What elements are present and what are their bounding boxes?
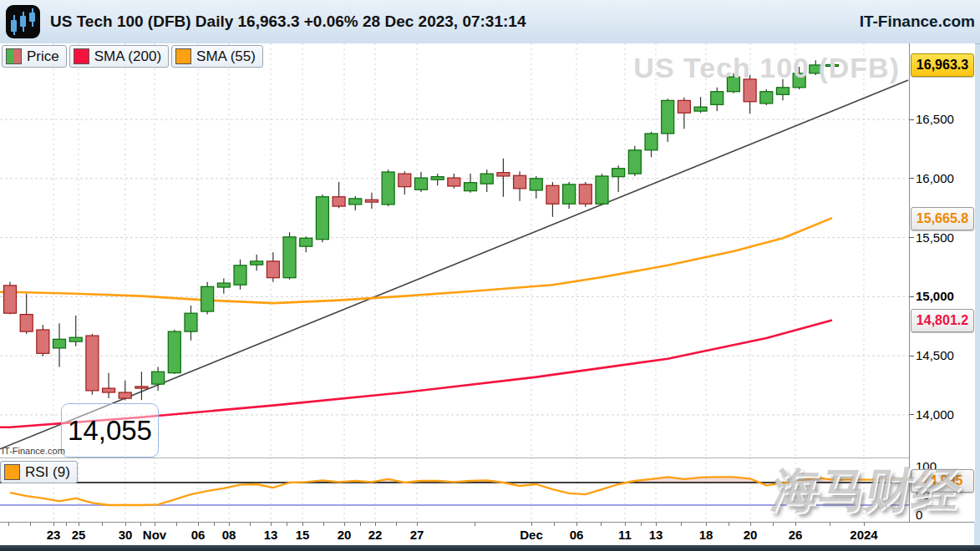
candle[interactable] (530, 176, 542, 199)
candle-body-down (103, 388, 115, 392)
price-panel[interactable] (0, 43, 909, 457)
candle[interactable] (448, 174, 460, 189)
chart-watermark: US Tech 100 (DFB) (633, 52, 900, 84)
date-axis[interactable]: 232530Nov06081315202227Dec06111318202620… (0, 522, 974, 546)
price-axis[interactable]: 16,50016,00015,50015,00014,50014,0001005… (909, 43, 975, 522)
candle[interactable] (103, 373, 115, 398)
candle-body-up (760, 92, 773, 104)
candle[interactable] (694, 97, 707, 113)
date-label: 06 (191, 528, 206, 542)
trendline[interactable] (0, 80, 908, 449)
low-price-annotation[interactable]: 14,055 (61, 403, 159, 457)
date-tick (625, 523, 626, 526)
price-tick (910, 414, 914, 415)
candle-body-up (612, 169, 625, 177)
candle[interactable] (399, 171, 411, 195)
last-price-badge[interactable]: 16,963.3 (911, 53, 974, 77)
candle[interactable] (86, 334, 99, 395)
rsi-value-badge[interactable]: 74.995 (911, 469, 974, 493)
date-minor-tick (8, 523, 9, 526)
candle[interactable] (678, 98, 690, 129)
legend-price[interactable]: Price (2, 45, 67, 68)
sma55-value-badge[interactable]: 15,665.8 (911, 207, 974, 230)
candle[interactable] (645, 132, 658, 157)
date-tick (344, 523, 345, 526)
candle[interactable] (711, 88, 724, 111)
candle[interactable] (349, 196, 362, 210)
price-tick-label: 14,000 (916, 407, 954, 422)
panel-divider[interactable] (0, 457, 909, 458)
sma200-value-badge[interactable]: 14,801.2 (911, 309, 974, 332)
candle-body-down (135, 387, 148, 388)
date-tick (198, 523, 199, 526)
candle[interactable] (382, 169, 394, 206)
candle[interactable] (20, 294, 33, 334)
sma55-line[interactable] (0, 218, 832, 303)
candle[interactable] (497, 159, 510, 197)
rsi-panel[interactable] (0, 457, 909, 522)
candle[interactable] (267, 252, 279, 281)
legend-sma200[interactable]: SMA (200) (69, 45, 169, 68)
candle-body-down (678, 100, 690, 113)
candle[interactable] (596, 174, 608, 205)
candle[interactable] (546, 182, 559, 217)
candle[interactable] (563, 182, 576, 209)
candle[interactable] (283, 232, 296, 280)
candle[interactable] (251, 255, 263, 270)
candle-body-down (119, 392, 131, 398)
candle-body-up (415, 178, 428, 190)
candle[interactable] (662, 99, 674, 142)
candlestick-logo-icon (6, 5, 40, 38)
brand-link[interactable]: IT-Finance.com (860, 13, 975, 31)
candle[interactable] (4, 282, 17, 315)
candle[interactable] (300, 236, 312, 252)
rsi-line[interactable] (10, 477, 907, 505)
candle-body-up (465, 183, 477, 191)
date-tick (302, 523, 303, 526)
candle-body-down (4, 286, 17, 313)
date-tick (706, 523, 707, 526)
date-label: 25 (72, 528, 86, 542)
chart-area[interactable]: US Tech 100 (DFB) Price SMA (200) SMA (5… (0, 43, 974, 545)
candle[interactable] (168, 330, 180, 374)
candle-body-up (152, 372, 165, 384)
candle[interactable] (53, 323, 66, 366)
candle[interactable] (119, 381, 131, 400)
candle[interactable] (365, 193, 378, 209)
candle[interactable] (431, 174, 444, 185)
candle-body-up (349, 199, 362, 205)
candle-body-up (251, 261, 263, 265)
candle[interactable] (234, 260, 246, 290)
date-minor-tick (140, 523, 141, 526)
candle[interactable] (333, 182, 345, 208)
candle[interactable] (135, 372, 148, 400)
candle[interactable] (316, 195, 328, 242)
candle[interactable] (628, 146, 641, 176)
candle[interactable] (514, 171, 526, 200)
candle[interactable] (480, 169, 493, 192)
candle[interactable] (579, 182, 592, 207)
candle[interactable] (185, 306, 197, 341)
legend-price-label: Price (27, 48, 59, 65)
date-label: 20 (338, 528, 352, 542)
candle[interactable] (465, 174, 477, 193)
date-minor-tick (729, 523, 729, 526)
date-tick (576, 523, 577, 526)
date-minor-tick (396, 523, 397, 526)
candle-body-up (628, 150, 641, 174)
candle-body-down (514, 175, 526, 189)
candle-body-down (579, 185, 592, 204)
candle-body-down (86, 336, 99, 391)
candle[interactable] (201, 282, 214, 315)
rsi-tick-label: 0 (916, 508, 922, 522)
candle[interactable] (37, 325, 49, 356)
price-tick (910, 119, 914, 120)
candle-body-down (399, 174, 411, 187)
candle[interactable] (760, 89, 773, 105)
chart-footer-brand: IT-Finance.com (2, 446, 65, 456)
candle[interactable] (69, 316, 82, 346)
candle[interactable] (217, 278, 230, 293)
date-tick (795, 523, 796, 526)
legend-rsi[interactable]: RSI (9) (0, 461, 78, 483)
legend-sma55[interactable]: SMA (55) (171, 45, 263, 68)
